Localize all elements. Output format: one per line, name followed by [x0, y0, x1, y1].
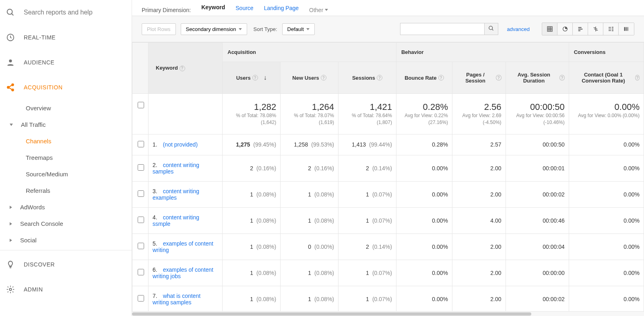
sidebar-sub-treemaps[interactable]: Treemaps	[0, 149, 132, 166]
svg-rect-33	[626, 27, 627, 31]
sidebar-item-admin[interactable]: ADMIN	[0, 277, 132, 302]
view-cloud-button[interactable]	[619, 23, 634, 35]
sidebar-label: AUDIENCE	[24, 59, 54, 66]
sidebar-item-discover[interactable]: DISCOVER	[0, 252, 132, 277]
view-bar-button[interactable]	[573, 23, 588, 35]
table-row: 4.content writing ssmple1(0.08%)1(0.08%)…	[132, 207, 644, 233]
sidebar-sub-adwords[interactable]: AdWords	[0, 199, 132, 215]
help-icon[interactable]: ?	[559, 75, 564, 81]
total-duration: 00:00:50	[510, 102, 565, 112]
chevron-right-icon	[10, 206, 12, 209]
svg-point-3	[9, 60, 12, 62]
view-table-button[interactable]	[542, 23, 557, 35]
help-icon[interactable]: ?	[321, 75, 326, 81]
total-new-users: 1,264	[285, 102, 334, 112]
view-pie-button[interactable]	[557, 23, 573, 35]
svg-line-1	[12, 14, 14, 16]
group-conversions: Conversions	[569, 43, 644, 62]
plot-rows-button[interactable]: Plot Rows	[142, 23, 176, 35]
divider	[0, 250, 132, 250]
sidebar-sub-all-traffic[interactable]: All Traffic	[0, 116, 132, 133]
sidebar-sub-referrals[interactable]: Referrals	[0, 182, 132, 199]
secondary-dimension-button[interactable]: Secondary dimension	[181, 23, 247, 35]
table-search-input[interactable]	[400, 23, 485, 35]
view-pivot-button[interactable]	[603, 23, 619, 35]
col-bounce-rate[interactable]: Bounce Rate	[405, 75, 436, 81]
help-icon[interactable]: ?	[496, 75, 501, 81]
keyword-link[interactable]: content writing examples	[153, 188, 199, 201]
view-compare-button[interactable]	[588, 23, 603, 35]
col-avg-duration[interactable]: Avg. Session Duration	[510, 72, 558, 84]
col-keyword[interactable]: Keyword	[156, 65, 178, 71]
sidebar-sub-search-console[interactable]: Search Console	[0, 215, 132, 232]
table-row: 3.content writing examples1(0.08%)1(0.08…	[132, 181, 644, 207]
svg-line-8	[9, 88, 12, 90]
col-pages-session[interactable]: Pages / Session	[456, 72, 494, 84]
help-icon[interactable]: ?	[252, 75, 258, 81]
sort-desc-icon[interactable]: ↓	[264, 74, 267, 81]
help-icon[interactable]: ?	[377, 75, 382, 81]
primary-dimension-label: Primary Dimension:	[142, 7, 191, 13]
row-checkbox[interactable]	[138, 269, 144, 275]
total-pages: 2.56	[456, 102, 502, 112]
row-checkbox[interactable]	[138, 217, 144, 223]
sidebar-sub-label: Social	[20, 237, 37, 244]
table-row: 5.examples of content writing1(0.08%)0(0…	[132, 233, 644, 260]
table-scroll[interactable]: Keyword ? Acquisition Behavior Conversio…	[132, 42, 644, 311]
col-sessions[interactable]: Sessions	[352, 75, 375, 81]
tab-landing-page[interactable]: Landing Page	[264, 5, 299, 15]
svg-line-7	[9, 85, 12, 87]
sidebar: REAL-TIME AUDIENCE ACQUISITION Overview …	[0, 0, 132, 316]
col-contact-goal[interactable]: Contact (Goal 1 Conversion Rate)	[573, 72, 634, 84]
sidebar-search-input[interactable]	[24, 9, 116, 16]
sidebar-item-acquisition[interactable]: ACQUISITION	[0, 75, 132, 100]
total-new-users-sub: % of Total: 78.07% (1,619)	[285, 112, 334, 126]
total-bounce: 0.28%	[400, 102, 448, 112]
row-checkbox[interactable]	[138, 164, 144, 171]
search-icon	[6, 8, 15, 17]
sidebar-item-audience[interactable]: AUDIENCE	[0, 50, 132, 75]
chevron-down-icon	[306, 28, 310, 30]
tab-other[interactable]: Other	[309, 7, 328, 13]
tab-source[interactable]: Source	[235, 5, 253, 15]
sidebar-sub-social[interactable]: Social	[0, 232, 132, 248]
sidebar-search-row	[0, 0, 132, 25]
total-users: 1,282	[227, 102, 276, 112]
col-new-users[interactable]: New Users	[292, 75, 319, 81]
chevron-down-icon	[10, 124, 13, 126]
table-row: 2.content writing samples2(0.16%)2(0.16%…	[132, 155, 644, 181]
bulb-icon	[6, 260, 15, 269]
view-mode-buttons	[542, 23, 634, 35]
keyword-link[interactable]: (not provided)	[163, 141, 198, 148]
select-all-checkbox[interactable]	[138, 102, 144, 108]
table-search-button[interactable]	[485, 23, 498, 35]
keyword-link[interactable]: examples of content writing	[153, 240, 213, 253]
horizontal-scrollbar[interactable]	[132, 311, 644, 316]
svg-rect-34	[627, 27, 627, 31]
tab-keyword[interactable]: Keyword	[201, 4, 225, 16]
data-table: Keyword ? Acquisition Behavior Conversio…	[132, 42, 644, 311]
advanced-link[interactable]: advanced	[507, 26, 530, 32]
help-icon[interactable]: ?	[438, 75, 444, 81]
clock-icon	[6, 33, 15, 42]
sidebar-sub-label: AdWords	[20, 204, 45, 211]
keyword-link[interactable]: examples of content writing jobs	[153, 266, 213, 279]
row-checkbox[interactable]	[138, 190, 144, 197]
svg-line-11	[492, 29, 493, 30]
keyword-link[interactable]: content writing samples	[153, 162, 199, 175]
keyword-link[interactable]: content writing ssmple	[153, 214, 199, 227]
row-checkbox[interactable]	[138, 141, 144, 147]
help-icon[interactable]: ?	[635, 75, 640, 81]
sidebar-sub-channels[interactable]: Channels	[0, 133, 132, 149]
row-checkbox[interactable]	[138, 295, 144, 302]
table-row: 1.(not provided)1,275(99.45%)1,258(99.53…	[132, 134, 644, 155]
sidebar-item-realtime[interactable]: REAL-TIME	[0, 25, 132, 50]
keyword-link[interactable]: what is content writing samples	[153, 293, 200, 306]
sidebar-sub-source-medium[interactable]: Source/Medium	[0, 166, 132, 182]
sidebar-sub-overview[interactable]: Overview	[0, 100, 132, 116]
col-users[interactable]: Users	[236, 75, 251, 81]
chevron-down-icon	[325, 9, 328, 11]
help-icon[interactable]: ?	[180, 66, 185, 71]
sort-type-button[interactable]: Default	[282, 23, 315, 35]
row-checkbox[interactable]	[138, 243, 144, 249]
